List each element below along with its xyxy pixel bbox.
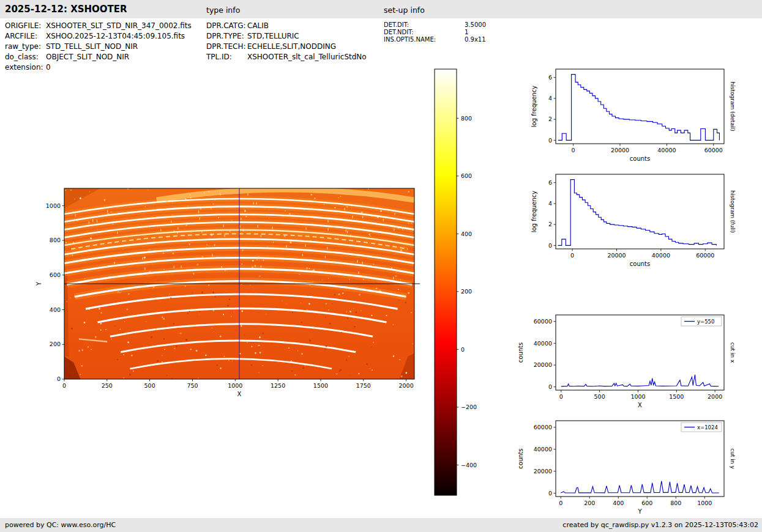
svg-text:20000: 20000: [607, 252, 626, 259]
svg-text:40000: 40000: [657, 147, 676, 153]
info-row: DPR.TYPE:STD,TELLURIC: [206, 31, 367, 42]
svg-text:0: 0: [570, 252, 574, 259]
svg-text:4: 4: [548, 200, 552, 207]
svg-text:60000: 60000: [534, 318, 552, 325]
info-row: INS.OPTI5.NAME:0.9x11: [384, 36, 486, 43]
info-label: DPR.CATG:: [206, 21, 247, 31]
info-label: INS.OPTI5.NAME:: [384, 36, 465, 43]
svg-text:Y: Y: [35, 281, 42, 286]
info-label: raw_type:: [5, 42, 46, 52]
svg-text:x=1024: x=1024: [697, 424, 718, 430]
info-label: extension:: [5, 62, 46, 73]
info-row: do_class:OBJECT_SLIT_NOD_NIR: [5, 52, 192, 62]
svg-text:2: 2: [548, 116, 552, 122]
svg-text:cut in x: cut in x: [730, 342, 736, 363]
info-label: DET.NDIT:: [384, 29, 465, 36]
svg-text:1000: 1000: [228, 382, 242, 389]
svg-text:1250: 1250: [271, 382, 285, 389]
svg-text:800: 800: [670, 500, 681, 506]
svg-text:20000: 20000: [534, 361, 552, 368]
svg-text:counts: counts: [517, 342, 524, 363]
svg-text:0: 0: [62, 382, 66, 389]
footer-right-text: created by qc_rawdisp.py v1.2.3 on 2025-…: [562, 521, 758, 529]
info-value: 1: [465, 29, 468, 36]
info-value: 3.5000: [465, 21, 486, 29]
info-row: raw_type:STD_TELL_SLIT_NOD_NIR: [5, 42, 192, 52]
svg-text:6: 6: [548, 179, 552, 186]
setup-info-block: DET.DIT:3.5000 DET.NDIT:1 INS.OPTI5.NAME…: [384, 21, 486, 43]
info-value: STD,TELLURIC: [247, 31, 299, 42]
svg-text:6: 6: [548, 74, 552, 81]
svg-text:histogram (detail): histogram (detail): [730, 82, 736, 131]
svg-text:counts: counts: [630, 155, 650, 162]
svg-text:40000: 40000: [652, 252, 670, 259]
svg-text:0: 0: [548, 490, 552, 497]
svg-text:1750: 1750: [356, 382, 371, 389]
svg-text:cut in y: cut in y: [730, 448, 736, 469]
info-label: do_class:: [5, 52, 46, 62]
svg-text:2000: 2000: [708, 393, 722, 400]
footer-left-text: powered by QC: www.eso.org/HC: [5, 521, 116, 529]
svg-text:200: 200: [50, 341, 61, 347]
svg-text:counts: counts: [517, 448, 524, 468]
svg-text:1000: 1000: [697, 500, 712, 506]
svg-text:20000: 20000: [611, 147, 629, 153]
title-bar: 2025-12-12: XSHOOTER type info set-up in…: [0, 0, 762, 18]
svg-text:0: 0: [559, 393, 563, 400]
svg-text:Y: Y: [637, 508, 642, 515]
svg-text:−400: −400: [461, 462, 477, 468]
info-label: DPR.TECH:: [206, 42, 247, 52]
info-value: XSHOOTER_SLT_STD_NIR_347_0002.fits: [46, 21, 192, 31]
svg-text:4: 4: [548, 95, 552, 102]
info-value: CALIB: [247, 21, 269, 31]
info-row: DET.DIT:3.5000: [384, 21, 486, 29]
histogram-detail-plot: 02000040000600000246countslog frequencyh…: [514, 61, 759, 174]
svg-text:log frequency: log frequency: [531, 191, 537, 233]
svg-text:counts: counts: [630, 260, 650, 267]
file-info-block: ORIGFILE:XSHOOTER_SLT_STD_NIR_347_0002.f…: [5, 21, 192, 73]
svg-text:0: 0: [461, 346, 465, 353]
info-value: XSHOO.2025-12-13T04:45:09.105.fits: [46, 31, 185, 42]
page-title: 2025-12-12: XSHOOTER: [5, 4, 127, 15]
info-row: ARCFILE:XSHOO.2025-12-13T04:45:09.105.fi…: [5, 31, 192, 42]
info-label: ORIGFILE:: [5, 21, 46, 31]
info-value: STD_TELL_SLIT_NOD_NIR: [46, 42, 138, 52]
cut-in-y-plot: 020040060080010000200004000060000Ycounts…: [514, 413, 759, 531]
svg-text:2000: 2000: [399, 382, 414, 389]
svg-text:X: X: [638, 402, 642, 408]
svg-text:histogram (full): histogram (full): [730, 190, 736, 232]
svg-text:400: 400: [50, 306, 61, 313]
svg-text:1000: 1000: [46, 202, 61, 209]
cut-in-x-plot: 05001000150020000200004000060000Xcountsc…: [514, 307, 759, 426]
histogram-full-plot: 02000040000600000246countslog frequencyh…: [514, 166, 759, 279]
svg-text:0: 0: [57, 375, 61, 382]
svg-text:800: 800: [461, 115, 472, 122]
svg-text:250: 250: [102, 382, 113, 389]
setup-info-heading: set-up info: [384, 6, 425, 15]
svg-text:500: 500: [144, 382, 155, 389]
info-row: DPR.CATG:CALIB: [206, 21, 367, 31]
svg-text:20000: 20000: [534, 468, 552, 475]
svg-text:X: X: [237, 391, 242, 397]
svg-text:0: 0: [548, 242, 552, 249]
svg-text:0: 0: [572, 147, 575, 153]
svg-text:500: 500: [594, 393, 605, 400]
svg-text:y=550: y=550: [697, 319, 714, 325]
svg-text:0: 0: [548, 383, 552, 390]
info-value: 0.9x11: [465, 36, 486, 43]
info-row: extension:0: [5, 62, 192, 73]
info-value: OBJECT_SLIT_NOD_NIR: [46, 52, 129, 62]
svg-text:60000: 60000: [534, 424, 552, 430]
svg-text:750: 750: [187, 382, 198, 389]
info-row: DPR.TECH:ECHELLE,SLIT,NODDING: [206, 42, 367, 52]
info-row: DET.NDIT:1: [384, 29, 486, 36]
type-info-block: DPR.CATG:CALIB DPR.TYPE:STD,TELLURIC DPR…: [206, 21, 367, 62]
svg-text:60000: 60000: [696, 252, 714, 259]
info-value: 0: [46, 62, 51, 73]
info-label: TPL.ID:: [206, 52, 247, 62]
info-value: ECHELLE,SLIT,NODDING: [247, 42, 336, 52]
svg-text:600: 600: [641, 500, 652, 506]
svg-text:0: 0: [548, 137, 552, 144]
svg-text:200: 200: [584, 500, 595, 506]
svg-text:log frequency: log frequency: [531, 86, 537, 128]
